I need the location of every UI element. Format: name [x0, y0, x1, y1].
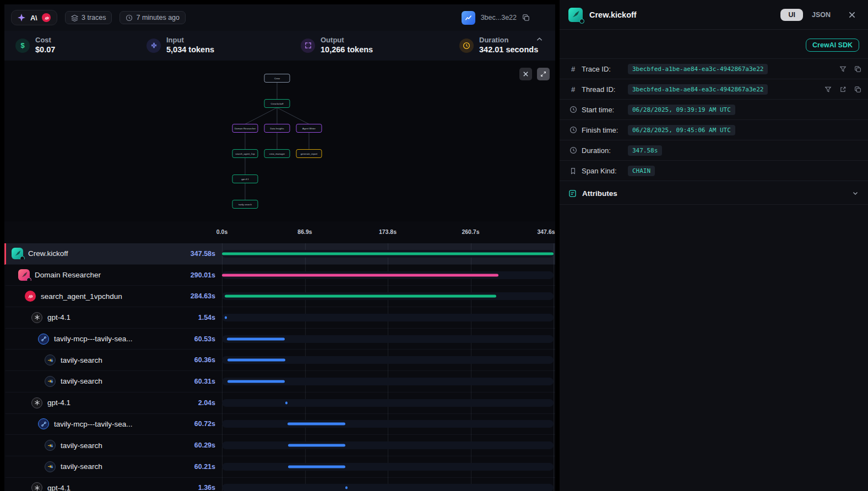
field-value[interactable]: 3becbfed-a1be-ae84-ea3c-4942867a3e22 [628, 84, 768, 95]
metrics-chart-button[interactable] [462, 11, 475, 25]
close-icon [523, 71, 529, 77]
close-panel-button[interactable] [845, 10, 859, 19]
trace-row[interactable]: tavily-mcp---tavily-sea... 60.72s [4, 414, 555, 435]
span-bar[interactable] [287, 423, 345, 425]
trace-row[interactable]: Domain Researcher 290.01s [4, 265, 555, 286]
view-json-button[interactable]: JSON [812, 11, 831, 19]
span-track [222, 463, 554, 471]
span-duration: 60.36s [171, 356, 215, 364]
filter-icon[interactable] [839, 66, 847, 73]
span-duration: 60.31s [171, 378, 215, 385]
trace-row[interactable]: tavily-search 60.21s [4, 456, 555, 478]
mcp-tools-icon [38, 334, 49, 345]
trace-row[interactable]: tavily-search 60.31s [4, 371, 555, 392]
graph-node[interactable]: generate_report [296, 150, 322, 158]
trace-row[interactable]: tavily-mcp---tavily-sea... 60.53s [4, 329, 555, 350]
tavily-icon [45, 354, 56, 365]
collapse-metrics-button[interactable] [533, 35, 546, 45]
copy-icon[interactable] [854, 66, 861, 73]
copy-icon[interactable] [854, 86, 861, 93]
graph-node[interactable]: Domain Researcher [232, 124, 258, 133]
span-duration: 60.29s [171, 441, 215, 449]
chevron-down-icon[interactable] [851, 189, 859, 197]
attributes-section-header[interactable]: Attributes [560, 182, 868, 205]
trace-id-short: 3bec...3e22 [481, 14, 517, 21]
span-bar[interactable] [222, 252, 554, 255]
field-value[interactable]: 347.58s [628, 145, 662, 156]
span-details-panel: Crew.kickoff UI JSON CrewAI SDK # Trace … [560, 0, 868, 491]
graph-node[interactable]: Data Insights [264, 124, 290, 133]
field-label: Trace ID: [582, 65, 628, 73]
field-value[interactable]: 3becbfed-a1be-ae84-ea3c-4942867a3e22 [628, 64, 768, 74]
svg-text:Data Insights: Data Insights [270, 127, 284, 130]
field-value[interactable]: CHAIN [628, 166, 655, 176]
field-actions [839, 66, 861, 73]
span-timeline [222, 265, 554, 286]
span-bar[interactable] [227, 359, 285, 362]
graph-canvas[interactable]: CrewCrew.kickoffDomain ResearcherData In… [4, 61, 555, 221]
span-timeline [222, 392, 554, 413]
span-bar[interactable] [285, 401, 287, 404]
span-bar[interactable] [288, 465, 345, 468]
axis-tick: 86.9s [297, 228, 312, 235]
metric-input: Input 5,034 tokens [135, 36, 290, 54]
arrows-out-icon [301, 39, 315, 53]
span-timeline [222, 350, 554, 370]
span-timeline [222, 307, 554, 328]
detail-field: Start time: 06/28/2025, 09:39:19 AM UTC [560, 100, 868, 120]
span-bar[interactable] [345, 487, 348, 489]
trace-row[interactable]: tavily-search 60.36s [4, 350, 555, 371]
span-name: tavily-search [61, 356, 102, 364]
trace-row[interactable]: gpt-4.1 1.54s [4, 307, 555, 329]
view-toggle: UI JSON [780, 9, 831, 21]
svg-text:crew_manager: crew_manager [269, 152, 285, 155]
span-bar[interactable] [288, 444, 345, 447]
openai-icon [31, 312, 42, 323]
span-duration: 1.54s [171, 314, 215, 321]
field-value[interactable]: 06/28/2025, 09:45:06 AM UTC [628, 125, 735, 135]
trace-row[interactable]: tavily-search 60.29s [4, 435, 555, 456]
graph-node[interactable]: Crew.kickoff [264, 100, 290, 108]
span-name: tavily-search [61, 441, 102, 450]
tavily-icon [45, 376, 56, 387]
svg-text:tavily-search: tavily-search [238, 203, 252, 206]
span-bar[interactable] [227, 337, 285, 340]
copy-trace-id-button[interactable] [522, 14, 530, 21]
graph-node[interactable]: Crew [264, 74, 290, 83]
external-link-icon[interactable] [839, 86, 847, 93]
trace-row[interactable]: gpt-4.1 2.04s [4, 392, 555, 414]
span-name: Crew.kickoff [28, 249, 68, 258]
trace-viewer-app: A\ 3 traces 7 minutes ago [0, 0, 868, 491]
span-bar[interactable] [225, 295, 496, 298]
solace-logo-icon [42, 13, 51, 22]
span-name: gpt-4.1 [47, 313, 70, 321]
span-bar[interactable] [222, 274, 498, 276]
span-name: gpt-4.1 [47, 399, 70, 407]
attributes-label: Attributes [582, 189, 617, 198]
graph-node[interactable]: gpt-4.1 [232, 175, 258, 183]
span-track [222, 441, 554, 449]
trace-row[interactable]: gpt-4.1 1.36s [4, 478, 555, 491]
trace-row[interactable]: search_agent_1vpchdun 284.63s [4, 286, 555, 307]
metric-value: 5,034 tokens [166, 45, 214, 54]
svg-text:generate_report: generate_report [301, 152, 318, 155]
metrics-strip: $ Cost $0.07 Input 5,034 tokens Output [4, 31, 555, 61]
view-ui-button[interactable]: UI [780, 9, 803, 21]
trace-row[interactable]: Crew.kickoff 347.58s [4, 243, 555, 265]
graph-close-button[interactable] [519, 68, 532, 80]
traces-count-badge[interactable]: 3 traces [65, 11, 112, 24]
span-bar[interactable] [227, 380, 285, 383]
span-timeline [222, 243, 554, 264]
expand-icon [540, 71, 546, 77]
filter-icon[interactable] [824, 86, 832, 93]
graph-node[interactable]: search_agent_1vp [232, 150, 258, 158]
crewai-logo-icon [18, 269, 30, 281]
span-duration: 1.36s [171, 484, 215, 491]
dollar-icon: $ [15, 39, 30, 53]
span-bar[interactable] [225, 316, 227, 319]
graph-expand-button[interactable] [537, 68, 550, 80]
graph-node[interactable]: tavily-search [232, 200, 258, 209]
field-value[interactable]: 06/28/2025, 09:39:19 AM UTC [628, 105, 735, 115]
graph-node[interactable]: Agent Writer [296, 124, 322, 133]
graph-node[interactable]: crew_manager [264, 150, 290, 158]
